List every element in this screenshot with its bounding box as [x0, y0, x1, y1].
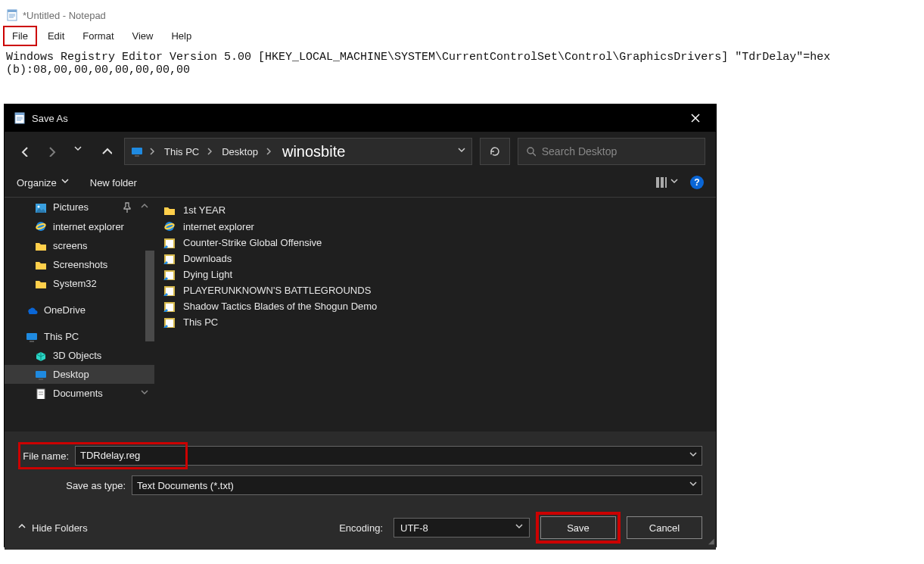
chevron-down-icon [689, 481, 697, 489]
chevron-down-icon [515, 524, 523, 531]
search-box[interactable] [518, 138, 705, 165]
encoding-select[interactable]: UTF-8 [394, 518, 530, 538]
cancel-button[interactable]: Cancel [627, 516, 702, 539]
tree-thispc[interactable]: This PC [5, 327, 154, 346]
notepad-menubar: File Edit Format View Help [0, 24, 924, 48]
list-item[interactable]: Dying Light [163, 266, 707, 282]
notepad-icon [6, 9, 18, 21]
chevron-up-icon [18, 524, 26, 531]
menu-edit[interactable]: Edit [40, 27, 72, 45]
chevron-down-icon [141, 390, 148, 397]
tree-scrollbar[interactable] [145, 251, 154, 341]
save-button[interactable]: Save [540, 516, 616, 539]
hide-folders-button[interactable]: Hide Folders [18, 522, 88, 534]
saveastype-select[interactable]: Text Documents (*.txt) [132, 475, 702, 495]
saveas-title: Save As [32, 113, 68, 124]
monitor-icon [131, 146, 145, 157]
main-panes: Pictures internet explorer screens Scree… [5, 197, 716, 432]
file-list[interactable]: 1st YEAR internet explorer Counter-Strik… [154, 198, 716, 432]
organize-button[interactable]: Organize [17, 177, 69, 189]
tree-screenshots[interactable]: Screenshots [5, 255, 154, 274]
chevron-down-icon [61, 179, 69, 186]
tree-documents[interactable]: Documents [5, 384, 154, 403]
menu-file[interactable]: File [3, 26, 37, 46]
list-item[interactable]: This PC [163, 314, 707, 330]
saveas-titlebar: Save As [5, 104, 716, 132]
filename-input[interactable] [80, 450, 181, 461]
shortcut-icon [163, 301, 176, 312]
nav-recent[interactable] [70, 142, 89, 161]
address-bar[interactable]: This PC Desktop winosbite [124, 138, 472, 165]
menu-format[interactable]: Format [75, 27, 121, 45]
nav-back[interactable] [15, 142, 35, 161]
address-history-dropdown[interactable] [458, 148, 465, 155]
help-button[interactable]: ? [690, 176, 704, 189]
pin-icon [121, 202, 132, 213]
footer: Hide Folders Encoding: UTF-8 Save Cancel [5, 509, 716, 550]
nav-row: This PC Desktop winosbite [5, 132, 716, 171]
shortcut-icon [163, 270, 176, 280]
breadcrumb-thispc[interactable]: This PC [161, 146, 202, 157]
tree-onedrive[interactable]: OneDrive [5, 301, 154, 319]
form-area: File name: Save as type: Text Documents … [5, 432, 716, 509]
filename-label: File name: [20, 450, 75, 462]
save-as-dialog: Save As This PC Desktop winosbite Org [5, 104, 716, 547]
list-item[interactable]: internet explorer [163, 218, 707, 235]
nav-forward[interactable] [42, 142, 62, 161]
view-options[interactable] [655, 176, 678, 189]
menu-help[interactable]: Help [163, 27, 199, 45]
chevron-up-icon [141, 204, 148, 211]
ie-icon [163, 220, 176, 232]
breadcrumb-leaf[interactable]: winosbite [278, 143, 345, 160]
shortcut-icon [163, 317, 176, 328]
folder-icon [163, 205, 176, 216]
shortcut-icon [163, 238, 176, 248]
saveastype-label: Save as type: [18, 480, 132, 491]
search-icon [526, 146, 536, 157]
notepad-content[interactable]: Windows Registry Editor Version 5.00 [HK… [0, 48, 924, 79]
tree-desktop[interactable]: Desktop [5, 365, 154, 384]
shortcut-icon [163, 254, 176, 264]
chevron-right-icon [149, 148, 157, 155]
tree-pictures[interactable]: Pictures [5, 198, 154, 217]
notepad-icon [14, 112, 26, 124]
close-button[interactable] [684, 107, 707, 129]
shortcut-icon [163, 285, 176, 296]
refresh-button[interactable] [480, 138, 510, 165]
new-folder-button[interactable]: New folder [90, 177, 137, 189]
toolbar: Organize New folder ? [5, 171, 716, 197]
resize-grip[interactable]: ◢ [708, 537, 714, 545]
chevron-right-icon [207, 148, 214, 155]
notepad-window: *Untitled - Notepad File Edit Format Vie… [0, 6, 924, 79]
list-item[interactable]: Downloads [163, 251, 707, 266]
list-item[interactable]: PLAYERUNKNOWN'S BATTLEGROUNDS [163, 282, 707, 298]
notepad-titlebar: *Untitled - Notepad [0, 6, 924, 24]
tree-system32[interactable]: System32 [5, 274, 154, 293]
chevron-right-icon [266, 148, 273, 155]
filename-input-ext[interactable] [188, 446, 702, 466]
chevron-down-icon[interactable] [689, 452, 697, 460]
breadcrumb-desktop[interactable]: Desktop [219, 146, 261, 157]
nav-up[interactable] [97, 142, 117, 161]
list-item[interactable]: Counter-Strike Global Offensive [163, 235, 707, 251]
notepad-title: *Untitled - Notepad [23, 10, 106, 21]
tree-screens[interactable]: screens [5, 236, 154, 255]
encoding-label: Encoding: [339, 522, 383, 534]
list-item[interactable]: Shadow Tactics Blades of the Shogun Demo [163, 298, 707, 314]
tree-3dobjects[interactable]: 3D Objects [5, 346, 154, 365]
nav-tree[interactable]: Pictures internet explorer screens Scree… [5, 198, 154, 432]
menu-view[interactable]: View [125, 27, 161, 45]
tree-ie[interactable]: internet explorer [5, 217, 154, 236]
search-input[interactable] [542, 145, 697, 157]
list-item[interactable]: 1st YEAR [163, 202, 707, 218]
